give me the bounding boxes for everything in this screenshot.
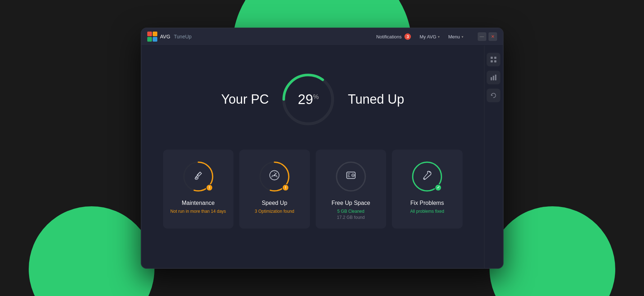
speed-up-warning-badge: ! bbox=[282, 184, 289, 191]
svg-rect-27 bbox=[494, 60, 496, 62]
gauge-circle: 29% bbox=[279, 71, 337, 128]
gauge-left-label: Your PC bbox=[221, 92, 269, 107]
logo-orange bbox=[153, 32, 157, 36]
gauge-right-label: Tuned Up bbox=[348, 92, 404, 107]
fix-problems-success-badge: ✓ bbox=[435, 184, 442, 191]
svg-point-10 bbox=[274, 174, 275, 176]
gauge-value-display: 29% bbox=[298, 93, 319, 106]
free-up-space-card[interactable]: Free Up Space 5 GB Cleaned 17.2 GB found bbox=[316, 150, 386, 229]
window-controls: — ✕ bbox=[478, 32, 497, 41]
speedometer-icon bbox=[268, 169, 281, 184]
my-avg-chevron: ▾ bbox=[438, 35, 440, 39]
fix-problems-status: All problems fixed bbox=[410, 208, 444, 215]
logo-green bbox=[147, 37, 152, 42]
app-window: AVG TuneUp Notifications 3 My AVG ▾ Menu… bbox=[141, 28, 504, 269]
notifications-button[interactable]: Notifications 3 bbox=[376, 33, 411, 40]
refresh-icon bbox=[490, 92, 497, 99]
bg-deco-bottom-right bbox=[490, 206, 615, 296]
my-avg-label: My AVG bbox=[420, 34, 436, 39]
fix-problems-icon-wrapper: ✓ bbox=[411, 160, 443, 193]
minimize-button[interactable]: — bbox=[478, 32, 486, 41]
svg-rect-24 bbox=[491, 57, 493, 59]
app-name-label: AVG bbox=[160, 34, 171, 39]
logo-red bbox=[147, 32, 152, 36]
main-content: Your PC 29% Tuned Up bbox=[142, 46, 484, 268]
free-up-space-sub: 17.2 GB found bbox=[337, 215, 365, 220]
my-avg-button[interactable]: My AVG ▾ bbox=[420, 34, 440, 39]
app-tuneup-label: TuneUp bbox=[174, 34, 191, 39]
speed-up-card[interactable]: ! Speed Up 3 Optimization found bbox=[239, 150, 310, 229]
minimize-icon: — bbox=[480, 34, 484, 39]
title-bar: AVG TuneUp Notifications 3 My AVG ▾ Menu… bbox=[142, 28, 503, 46]
svg-rect-28 bbox=[491, 77, 492, 80]
wrench-icon bbox=[421, 169, 433, 184]
fix-problems-title: Fix Problems bbox=[411, 200, 444, 206]
svg-rect-29 bbox=[493, 76, 494, 80]
right-sidebar bbox=[484, 46, 503, 268]
svg-point-17 bbox=[352, 175, 353, 176]
svg-rect-26 bbox=[491, 60, 493, 62]
maintenance-title: Maintenance bbox=[182, 200, 215, 206]
maintenance-status: Not run in more than 14 days bbox=[170, 208, 226, 215]
free-up-space-title: Free Up Space bbox=[332, 200, 370, 206]
hard-drive-icon bbox=[345, 169, 357, 184]
svg-point-23 bbox=[424, 178, 425, 179]
cards-section: ! Maintenance Not run in more than 14 da… bbox=[163, 150, 463, 229]
maintenance-icon-wrapper: ! bbox=[182, 160, 214, 193]
bar-chart-icon bbox=[490, 74, 497, 81]
refresh-button[interactable] bbox=[487, 89, 500, 102]
menu-label: Menu bbox=[448, 34, 460, 39]
svg-rect-30 bbox=[495, 75, 496, 80]
svg-rect-25 bbox=[494, 57, 496, 59]
logo-area: AVG TuneUp bbox=[147, 32, 376, 42]
grid-view-button[interactable] bbox=[487, 53, 500, 66]
notifications-badge: 3 bbox=[404, 33, 411, 40]
speed-up-status: 3 Optimization found bbox=[255, 208, 294, 215]
gauge-percent-sign: % bbox=[313, 93, 319, 100]
free-up-space-icon-wrapper bbox=[335, 160, 367, 193]
speed-up-icon-wrapper: ! bbox=[258, 160, 291, 193]
avg-logo bbox=[147, 32, 157, 42]
grid-icon bbox=[490, 56, 497, 63]
bg-deco-bottom-left bbox=[29, 206, 154, 296]
maintenance-card[interactable]: ! Maintenance Not run in more than 14 da… bbox=[163, 150, 234, 229]
nav-right: Notifications 3 My AVG ▾ Menu ▾ — ✕ bbox=[376, 32, 497, 41]
menu-chevron: ▾ bbox=[462, 35, 463, 39]
bar-chart-button[interactable] bbox=[487, 71, 500, 84]
maintenance-warning-badge: ! bbox=[206, 184, 213, 191]
logo-blue bbox=[153, 37, 157, 42]
close-button[interactable]: ✕ bbox=[488, 32, 497, 41]
menu-button[interactable]: Menu ▾ bbox=[448, 34, 463, 39]
gauge-percent: 29% bbox=[298, 92, 319, 107]
gauge-section: Your PC 29% Tuned Up bbox=[221, 71, 404, 128]
fix-problems-card[interactable]: ✓ Fix Problems All problems fixed bbox=[392, 150, 463, 229]
content-wrapper: Your PC 29% Tuned Up bbox=[142, 46, 503, 268]
close-icon: ✕ bbox=[491, 34, 495, 39]
broom-icon bbox=[192, 169, 204, 184]
notifications-label: Notifications bbox=[376, 34, 402, 39]
free-up-space-status: 5 GB Cleaned bbox=[337, 208, 364, 215]
speed-up-title: Speed Up bbox=[262, 200, 287, 206]
